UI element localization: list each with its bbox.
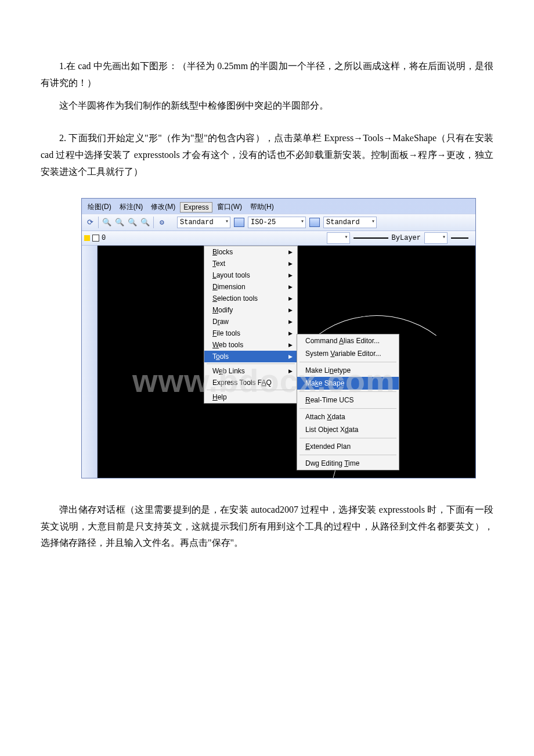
menubar: 绘图(D) 标注(N) 修改(M) Express 窗口(W) 帮助(H) <box>82 201 475 214</box>
submenu-separator <box>300 391 396 392</box>
menu-separator <box>207 390 295 390</box>
submenu-make-linetype[interactable]: Make Linetype <box>297 364 399 377</box>
layer-name: 0 <box>102 234 106 242</box>
menu-faq[interactable]: Express Tools FAQ <box>204 377 297 388</box>
top-toolstrip: ⟳ 🔍 🔍 🔍 🔍 ⚙ Standard ISO-25 Standard <box>82 214 475 231</box>
submenu-command-alias[interactable]: Command Alias Editor... <box>297 334 399 347</box>
submenu-attach-xdata[interactable]: Attach Xdata <box>297 411 399 423</box>
menu-separator <box>207 363 295 364</box>
submenu-dwg-editing-time[interactable]: Dwg Editing Time <box>297 457 399 470</box>
tablestyle-icon[interactable] <box>309 218 320 227</box>
menu-draw[interactable]: 绘图(D) <box>84 201 115 213</box>
separator <box>153 217 154 228</box>
linetype-label: ByLayer <box>392 234 421 242</box>
submenu-separator <box>300 455 396 455</box>
zoom-extents-icon[interactable]: 🔍 <box>127 217 138 228</box>
lineweight-preview <box>451 237 468 239</box>
color-combo[interactable] <box>327 232 350 244</box>
drawing-area[interactable]: Blocks▶ Text▶ Layout tools▶ Dimension▶ S… <box>82 246 475 478</box>
submenu-extended-plan[interactable]: Extended Plan <box>297 440 399 453</box>
menu-draw-sub[interactable]: Draw▶ <box>204 316 297 327</box>
menu-modify[interactable]: 修改(M) <box>147 201 179 213</box>
menu-selection-tools[interactable]: Selection tools▶ <box>204 293 297 304</box>
menu-help[interactable]: 帮助(H) <box>247 201 277 213</box>
menu-text[interactable]: Text▶ <box>204 258 297 269</box>
menu-blocks[interactable]: Blocks▶ <box>204 246 297 258</box>
layer-toolstrip: 0 ByLayer <box>82 231 475 246</box>
paragraph-1: 1.在 cad 中先画出如下图形：（半径为 0.25mm 的半圆加一个半径，之所… <box>41 58 493 92</box>
menu-file-tools[interactable]: File tools▶ <box>204 327 297 339</box>
zoom-previous-icon[interactable]: 🔍 <box>139 217 151 228</box>
zoom-in-icon[interactable]: 🔍 <box>114 217 125 228</box>
dimstyle-combo[interactable]: ISO-25 <box>248 217 306 228</box>
menu-help-sub[interactable]: Help <box>204 391 297 403</box>
tablestyle-combo[interactable]: Standard <box>323 217 377 228</box>
layer-light-icon[interactable] <box>84 235 90 241</box>
submenu-separator <box>300 408 396 409</box>
linetype-preview <box>353 237 388 239</box>
menu-web-tools[interactable]: Web tools▶ <box>204 339 297 351</box>
submenu-separator <box>300 362 396 362</box>
left-toolbar[interactable] <box>82 246 98 478</box>
tools-submenu: Command Alias Editor... System Variable … <box>297 334 399 470</box>
paragraph-4: 弹出储存对话框（这里需要提到的是，在安装 autocad2007 过程中，选择安… <box>41 502 493 552</box>
layer-color-swatch[interactable] <box>92 235 99 242</box>
menu-modify-sub[interactable]: Modify▶ <box>204 304 297 316</box>
menu-web-links[interactable]: Web Links▶ <box>204 365 297 377</box>
paragraph-2: 这个半圆将作为我们制作的新线型中检修图例中突起的半圆部分。 <box>41 98 493 114</box>
submenu-make-shape[interactable]: Make Shape <box>297 377 399 390</box>
menu-tools[interactable]: Tools▶ <box>204 351 297 362</box>
dimstyle-icon[interactable] <box>234 218 244 227</box>
paragraph-3: 2. 下面我们开始定义"形"（作为"型"的包含内容），点击菜单栏 Express… <box>41 130 493 180</box>
submenu-sysvar-editor[interactable]: System Variable Editor... <box>297 347 399 360</box>
separator <box>98 217 99 228</box>
submenu-list-xdata[interactable]: List Object Xdata <box>297 423 399 436</box>
submenu-realtime-ucs[interactable]: Real-Time UCS <box>297 394 399 406</box>
menu-express[interactable]: Express <box>180 202 212 213</box>
express-dropdown: Blocks▶ Text▶ Layout tools▶ Dimension▶ S… <box>204 246 298 404</box>
menu-layout-tools[interactable]: Layout tools▶ <box>204 269 297 281</box>
linetype-combo[interactable] <box>424 232 448 244</box>
properties-icon[interactable]: ⚙ <box>156 217 168 228</box>
zoom-window-icon[interactable]: 🔍 <box>101 217 113 228</box>
submenu-separator <box>300 438 396 438</box>
menu-window[interactable]: 窗口(W) <box>214 201 246 213</box>
menu-dimension[interactable]: 标注(N) <box>116 201 147 213</box>
zoom-realtime-icon[interactable]: ⟳ <box>84 217 96 228</box>
textstyle-combo[interactable]: Standard <box>177 217 230 228</box>
cad-screenshot: 绘图(D) 标注(N) 修改(M) Express 窗口(W) 帮助(H) ⟳ … <box>81 198 476 478</box>
menu-dimension-sub[interactable]: Dimension▶ <box>204 281 297 293</box>
